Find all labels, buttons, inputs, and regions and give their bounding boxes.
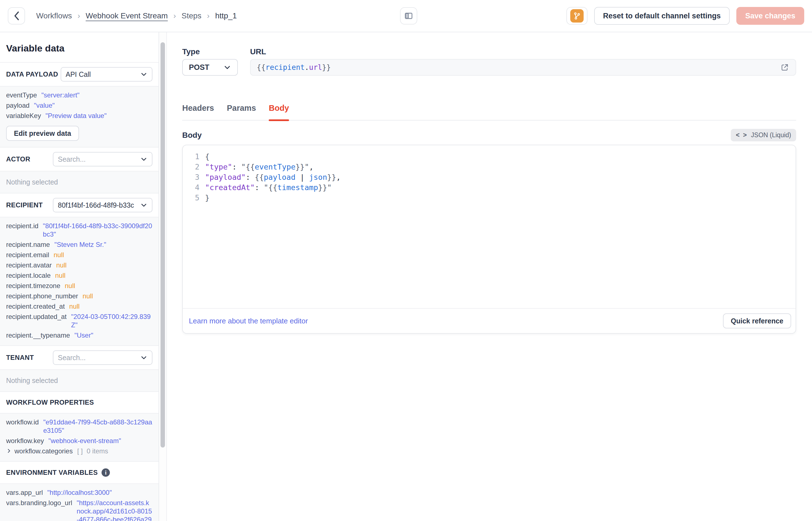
sidebar-scrollbar (159, 32, 167, 521)
recipient-row: RECIPIENT 80f1f4bf-166d-48f9-b33c (0, 194, 159, 217)
kv-row: vars.branding.logo_url"https://account-a… (6, 499, 152, 521)
body-template-editor: 1{2"type": "{{eventType}}",3"payload": {… (182, 145, 796, 334)
kv-value: null (56, 261, 67, 269)
breadcrumb-workflows[interactable]: Workflows (36, 12, 72, 20)
kv-value: "http://localhost:3000" (47, 489, 112, 497)
data-payload-select[interactable]: API Call (61, 67, 152, 82)
scrollbar-thumb[interactable] (161, 42, 165, 448)
request-config-row: Type POST URL {{recipient.url}} (182, 47, 796, 76)
quick-reference-button[interactable]: Quick reference (723, 313, 791, 329)
tenant-row: TENANT Search... (0, 346, 159, 370)
code-line-content: "payload": {{payload | json}}, (205, 172, 341, 182)
actor-row: ACTOR Search... (0, 148, 159, 172)
kv-key: eventType (6, 91, 37, 99)
code-icon: < > (736, 131, 747, 139)
kv-row: recipient.timezonenull (6, 282, 152, 290)
body-section-header: Body < > JSON (Liquid) (182, 129, 796, 141)
breadcrumb-separator: › (173, 12, 176, 20)
url-input[interactable]: {{recipient.url}} (250, 59, 796, 76)
kv-row: recipient.updated_at"2024-03-05T00:42:29… (6, 313, 152, 329)
recipient-values-block: recipient.id"80f1f4bf-166d-48f9-b33c-390… (0, 217, 159, 346)
topbar: Workflows › Webhook Event Stream › Steps… (0, 0, 812, 32)
kv-value: "e91ddae4-7f99-45cb-a688-3c129aae3105" (43, 418, 152, 435)
chevron-left-icon (13, 11, 20, 21)
kv-row: recipient.created_atnull (6, 302, 152, 311)
commit-changes-button[interactable] (566, 7, 588, 25)
variable-data-panel: Variable data DATA PAYLOAD API Call even… (0, 32, 159, 521)
actor-search-select[interactable]: Search... (53, 152, 152, 166)
code-line-content: "createdAt": "{{timestamp}}" (205, 182, 332, 192)
breadcrumb-workflow-name[interactable]: Webhook Event Stream (86, 12, 168, 20)
code-line: 1{ (183, 152, 795, 162)
reset-channel-settings-button[interactable]: Reset to default channel settings (594, 7, 730, 25)
environment-variables-header: ENVIRONMENT VARIABLES i (0, 462, 159, 484)
kv-row: variableKey"Preview data value" (6, 112, 152, 120)
kv-value: null (54, 251, 64, 259)
tab-headers[interactable]: Headers (182, 104, 214, 120)
kv-row: workflow.id"e91ddae4-7f99-45cb-a688-3c12… (6, 418, 152, 435)
info-icon: i (101, 469, 110, 477)
kv-key: workflow.key (6, 437, 44, 445)
kv-value: "server:alert" (42, 91, 79, 99)
recipient-select[interactable]: 80f1f4bf-166d-48f9-b33c (53, 198, 152, 212)
kv-key: variableKey (6, 112, 41, 120)
workflow-categories-row: workflow.categories [ ] 0 items (6, 447, 152, 455)
tab-body[interactable]: Body (269, 104, 289, 120)
format-badge: < > JSON (Liquid) (731, 129, 796, 141)
tenant-empty-state: Nothing selected (0, 370, 159, 392)
tab-params[interactable]: Params (227, 104, 256, 120)
tenant-search-select[interactable]: Search... (53, 350, 152, 365)
kv-value: "value" (34, 101, 54, 110)
back-button[interactable] (8, 7, 25, 24)
kv-key: vars.app_url (6, 489, 43, 497)
chevron-down-icon (223, 64, 231, 71)
recipient-label: RECIPIENT (6, 201, 43, 209)
workflow-properties-header: WORKFLOW PROPERTIES (0, 392, 159, 413)
http-method-select[interactable]: POST (182, 59, 238, 76)
topbar-actions: Reset to default channel settings Save c… (566, 7, 804, 25)
kv-value: null (65, 282, 75, 290)
kv-row: recipient.id"80f1f4bf-166d-48f9-b33c-390… (6, 222, 152, 239)
code-line: 2"type": "{{eventType}}", (183, 162, 795, 172)
body-label: Body (182, 131, 202, 140)
edit-preview-data-button[interactable]: Edit preview data (6, 126, 79, 141)
kv-value: "User" (74, 331, 93, 340)
kv-row: workflow.key"webhook-event-stream" (6, 437, 152, 445)
payload-values-block: eventType"server:alert"payload"value"var… (0, 87, 159, 148)
toggle-side-panel-button[interactable] (400, 7, 417, 24)
kv-value: "webhook-event-stream" (48, 437, 121, 445)
breadcrumb-separator: › (207, 12, 210, 20)
template-editor-docs-link[interactable]: Learn more about the template editor (189, 317, 308, 325)
kv-value: "Steven Metz Sr." (54, 241, 106, 249)
chevron-down-icon (140, 202, 147, 209)
kv-key: recipient.email (6, 251, 49, 259)
line-number: 4 (183, 182, 205, 192)
kv-key: recipient.avatar (6, 261, 52, 269)
kv-key: vars.branding.logo_url (6, 499, 72, 507)
kv-key: workflow.id (6, 418, 39, 426)
expand-chevron-icon[interactable] (6, 448, 12, 454)
kv-value: "2024-03-05T00:42:29.839Z" (71, 313, 153, 329)
request-url-field: URL {{recipient.url}} (250, 47, 796, 76)
environment-variables-block: vars.app_url"http://localhost:3000"vars.… (0, 484, 159, 521)
kv-value: null (82, 292, 93, 300)
kv-row: recipient.localenull (6, 271, 152, 280)
kv-value: "80f1f4bf-166d-48f9-b33c-39009df20bc3" (43, 222, 152, 239)
kv-key: recipient.created_at (6, 302, 65, 311)
kv-key: recipient.name (6, 241, 50, 249)
code-line: 5} (183, 192, 795, 203)
kv-row: payload"value" (6, 101, 152, 110)
kv-key: recipient.locale (6, 271, 51, 280)
external-link-icon[interactable] (781, 63, 789, 71)
line-number: 5 (183, 192, 205, 203)
actor-empty-state: Nothing selected (0, 172, 159, 194)
breadcrumb-separator: › (78, 12, 80, 20)
kv-row: recipient.name"Steven Metz Sr." (6, 241, 152, 249)
save-changes-button[interactable]: Save changes (736, 7, 804, 25)
kv-key: recipient.__typename (6, 331, 70, 340)
code-editor-area[interactable]: 1{2"type": "{{eventType}}",3"payload": {… (183, 145, 795, 308)
kv-value: null (69, 302, 79, 311)
kv-row: recipient.phone_numbernull (6, 292, 152, 300)
editor-footer: Learn more about the template editor Qui… (183, 308, 795, 333)
breadcrumb-steps[interactable]: Steps (182, 12, 201, 20)
